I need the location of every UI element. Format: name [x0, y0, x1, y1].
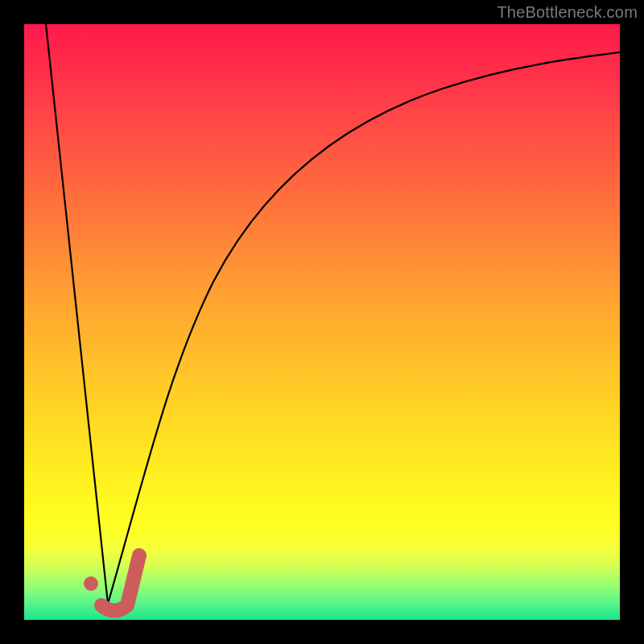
chart-overlay: [24, 24, 620, 620]
plot-area: [24, 24, 620, 620]
watermark-label: TheBottleneck.com: [497, 3, 638, 22]
curve-right-branch: [108, 52, 620, 604]
chart-frame: TheBottleneck.com: [0, 0, 644, 644]
optimal-j-marker: [101, 555, 139, 611]
optimal-dot-icon: [84, 576, 98, 591]
curve-left-branch: [46, 24, 108, 604]
